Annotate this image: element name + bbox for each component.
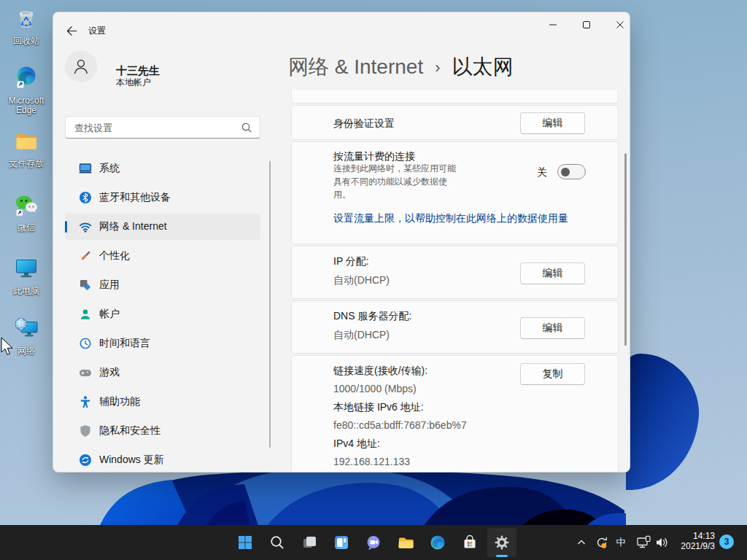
sidebar-item-windows-update[interactable]: Windows 更新 [65,447,260,472]
maximize-button[interactable] [570,12,603,37]
toggle-state-label: 关 [537,166,547,179]
close-icon [616,20,624,29]
sidebar-item-privacy-security[interactable]: 隐私和安全性 [65,418,260,444]
tray-volume-icon[interactable] [654,535,670,550]
sidebar-item-accounts[interactable]: 帐户 [65,301,260,327]
desktop-icon-wechat[interactable]: 微信 [0,192,53,233]
taskbar-search-icon [268,534,286,551]
breadcrumb-separator: › [435,57,440,77]
ethernet-network-icon [636,535,652,550]
user-avatar[interactable] [65,50,97,82]
active-app-indicator [496,555,508,557]
dns-edit-button[interactable]: 编辑 [520,317,585,339]
ip-assignment-label: IP 分配: [333,255,369,267]
sidebar-scrollbar[interactable] [269,161,271,448]
user-name: 十三先生 [116,65,160,77]
sidebar-item-label: Windows 更新 [99,454,164,467]
settings-window: 设置 十三先生 本地帐户 查找设置 [53,12,630,472]
notification-badge[interactable]: 3 [719,534,734,549]
accounts-icon [79,308,92,321]
close-button[interactable] [603,12,630,37]
link-speed-label: 链接速度(接收/传输): [333,365,427,376]
minimize-button[interactable] [536,12,570,37]
wechat-icon [14,192,39,217]
chat-button[interactable] [357,525,390,560]
toggle-knob [561,168,570,176]
tray-update-icon[interactable] [595,535,609,550]
sidebar-item-label: 隐私和安全性 [99,424,160,438]
desktop-icon-recycle-bin[interactable]: 回收站 [0,6,53,46]
search-input[interactable]: 查找设置 [65,116,260,139]
card-partial-row [291,90,619,104]
file-explorer-icon [397,534,414,551]
tray-ime-indicator[interactable]: 中 [614,536,628,549]
privacy-shield-icon [79,424,92,438]
dns-assignment-value: 自动(DHCP) [333,329,390,341]
sidebar-item-accessibility[interactable]: 辅助功能 [65,389,260,415]
sidebar-item-network-internet[interactable]: 网络 & Internet [65,214,260,240]
sidebar-item-gaming[interactable]: 游戏 [65,359,260,386]
sidebar-item-time-language[interactable]: 时间和语言 [65,330,260,357]
metered-connection-description: 连接到此网络时，某些应用可能 具有不同的功能以减少数据使 用。 [333,162,456,201]
card-ip-assignment: IP 分配: 自动(DHCP) 编辑 [291,246,619,299]
auth-settings-label: 身份验证设置 [333,117,395,129]
sidebar-item-personalization[interactable]: 个性化 [65,243,260,269]
settings-gear-icon [493,534,511,551]
auth-edit-button[interactable]: 编辑 [520,112,585,134]
recycle-bin-icon [14,6,39,31]
sidebar-item-label: 系统 [99,162,120,175]
breadcrumb-root[interactable]: 网络 & Internet [288,53,423,81]
notification-count: 3 [724,537,729,547]
sidebar-item-system[interactable]: 系统 [65,155,260,182]
sidebar-item-label: 个性化 [99,249,130,262]
minimize-icon [549,20,557,29]
search-icon [241,122,252,133]
search-button[interactable] [261,525,293,560]
task-view-button[interactable] [293,525,325,560]
task-view-icon [301,534,318,551]
edge-button[interactable] [422,525,454,560]
content-scrollbar[interactable] [624,153,627,346]
chevron-up-icon [576,537,587,548]
sidebar-item-apps[interactable]: 应用 [65,272,260,298]
window-title: 设置 [88,26,106,35]
taskbar: 中 14:13 2021/9/3 3 [0,525,747,560]
tray-chevron-button[interactable] [576,537,587,548]
desktop-icon-file-folder[interactable]: 文件存放 [0,128,53,168]
sidebar-item-bluetooth-devices[interactable]: 蓝牙和其他设备 [65,184,260,211]
metered-connection-toggle[interactable] [557,164,586,179]
mouse-cursor [1,337,14,357]
sidebar-nav: 系统 蓝牙和其他设备 网络 & Internet 个性化 应用 [65,155,260,472]
widgets-button[interactable] [325,525,357,560]
start-icon [236,534,254,551]
maximize-icon [582,20,591,29]
gaming-icon [79,366,92,379]
speaker-icon [654,535,670,550]
store-button[interactable] [454,525,486,560]
apps-icon [79,279,92,292]
dns-assignment-label: DNS 服务器分配: [333,310,411,322]
windows-update-icon [79,454,92,467]
ip-assignment-value: 自动(DHCP) [333,274,390,286]
desktop-icon-microsoft-edge[interactable]: Microsoft Edge [0,66,53,115]
accessibility-icon [79,395,92,408]
tray-time: 14:13 [681,531,715,541]
data-limit-link[interactable]: 设置流量上限，以帮助控制在此网络上的数据使用量 [333,212,568,224]
sidebar-item-label: 游戏 [99,366,120,379]
file-explorer-button[interactable] [390,525,422,560]
settings-button[interactable] [486,525,518,560]
start-button[interactable] [229,525,261,560]
metered-connection-label: 按流量计费的连接 [333,149,415,163]
widgets-icon [333,534,350,551]
folder-icon [14,128,39,153]
ip-edit-button[interactable]: 编辑 [520,262,585,284]
copy-button[interactable]: 复制 [520,363,585,385]
network-places-icon [14,316,39,341]
sync-icon [595,535,609,550]
desktop-icon-this-pc[interactable]: 此电脑 [0,256,53,296]
back-button[interactable] [63,23,80,39]
tray-clock[interactable]: 14:13 2021/9/3 [681,531,715,551]
tray-network-icon[interactable] [636,535,652,550]
taskbar-center [229,525,518,560]
store-icon [461,534,479,551]
